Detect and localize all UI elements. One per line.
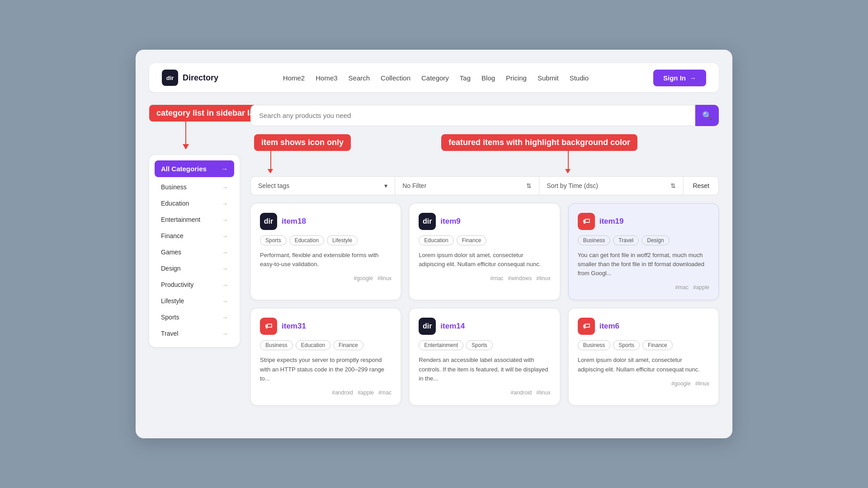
sidebar-annotation-line	[185, 122, 186, 144]
tag-sports[interactable]: Sports	[613, 340, 640, 350]
nav-tag[interactable]: Tag	[460, 74, 471, 82]
tags-filter[interactable]: Select tags ▾	[251, 177, 395, 195]
card-hashtags-item9: #mac #windows #linux	[419, 275, 550, 282]
card-desc-item9: Lorem ipsum dolor sit amet, consectetur …	[419, 251, 550, 269]
cards-grid: dir item18 Sports Education Lifestyle Pe…	[250, 203, 719, 405]
card-header-item6: 🏷 item6	[578, 318, 709, 335]
card-header-item9: dir item9	[419, 213, 550, 230]
sidebar-item-education[interactable]: Education →	[155, 195, 234, 211]
tag-travel[interactable]: Travel	[613, 235, 639, 245]
tag-finance[interactable]: Finance	[457, 235, 487, 245]
card-tags-item9: Education Finance	[419, 235, 550, 245]
tag-education[interactable]: Education	[419, 235, 453, 245]
nav-submit[interactable]: Submit	[538, 74, 559, 82]
hashtag-1[interactable]: #linux	[536, 389, 550, 396]
card-hashtags-item14: #android #linux	[419, 389, 550, 396]
hashtag-2[interactable]: #linux	[536, 275, 550, 282]
hashtag-1[interactable]: #linux	[377, 275, 392, 282]
tag-finance[interactable]: Finance	[333, 340, 363, 350]
nav-home3[interactable]: Home3	[316, 74, 337, 82]
hashtag-1[interactable]: #apple	[358, 389, 374, 396]
nav-blog[interactable]: Blog	[481, 74, 495, 82]
search-bar: 🔍	[250, 105, 719, 126]
sidebar-arrow-icon: →	[222, 282, 228, 288]
icon-only-arrow-head	[268, 169, 273, 174]
sidebar-arrow-icon: →	[222, 249, 228, 256]
card-title-item18[interactable]: item18	[282, 217, 306, 226]
chevron-down-icon: ▾	[384, 182, 387, 189]
tag-business[interactable]: Business	[578, 340, 611, 350]
filter-row: Select tags ▾ No Filter ⇅ Sort by Time (…	[250, 176, 719, 195]
no-filter-select[interactable]: No Filter ⇅	[395, 177, 539, 195]
sidebar-arrow-icon: →	[222, 265, 228, 272]
nav-category[interactable]: Category	[421, 74, 449, 82]
sidebar-item-business[interactable]: Business →	[155, 179, 234, 195]
tag-education[interactable]: Education	[296, 340, 330, 350]
search-button[interactable]: 🔍	[695, 105, 719, 126]
sidebar-item-design[interactable]: Design →	[155, 260, 234, 277]
card-tags-item19: Business Travel Design	[578, 235, 709, 245]
card-title-item31[interactable]: item31	[282, 322, 306, 331]
sidebar-item-lifestyle[interactable]: Lifestyle →	[155, 293, 234, 309]
tag-business[interactable]: Business	[578, 235, 611, 245]
sidebar-inner: All Categories → Business → Education → …	[149, 155, 240, 347]
featured-arrow-head	[565, 169, 571, 174]
search-input[interactable]	[250, 105, 695, 126]
nav-studio[interactable]: Studio	[570, 74, 589, 82]
tag-education[interactable]: Education	[289, 235, 324, 245]
card-desc-item19: You can get font file in woff2 format, m…	[578, 251, 709, 278]
card-title-item6[interactable]: item6	[599, 322, 619, 331]
card-header-item14: dir item14	[419, 318, 550, 335]
tag-entertainment[interactable]: Entertainment	[419, 340, 463, 350]
sidebar-annotation-arrow	[183, 144, 189, 150]
hashtag-0[interactable]: #mac	[675, 284, 689, 291]
icon-only-annotation-label: item shows icon only	[254, 134, 351, 151]
hashtag-0[interactable]: #android	[511, 389, 532, 396]
tag-sports[interactable]: Sports	[466, 340, 493, 350]
sign-in-button[interactable]: Sign In →	[653, 70, 706, 86]
tag-finance[interactable]: Finance	[642, 340, 673, 350]
tag-sports[interactable]: Sports	[260, 235, 287, 245]
sidebar-arrow-icon: →	[222, 330, 228, 337]
card-desc-item31: Stripe expects your server to promptly r…	[260, 356, 392, 383]
card-title-item14[interactable]: item14	[440, 322, 465, 331]
header: dir Directory Home2 Home3 Search Collect…	[149, 63, 719, 92]
tag-business[interactable]: Business	[260, 340, 293, 350]
hashtag-1[interactable]: #apple	[693, 284, 709, 291]
reset-button[interactable]: Reset	[684, 177, 718, 195]
sidebar: category list in sidebar layout All Cate…	[149, 105, 240, 405]
sidebar-annotation-wrapper: category list in sidebar layout	[149, 105, 240, 150]
card-header-item31: 🏷 item31	[260, 318, 392, 335]
card-tags-item18: Sports Education Lifestyle	[260, 235, 392, 245]
hashtag-1[interactable]: #windows	[508, 275, 532, 282]
sidebar-item-sports[interactable]: Sports →	[155, 309, 234, 325]
sidebar-item-finance[interactable]: Finance →	[155, 228, 234, 244]
sidebar-item-productivity[interactable]: Productivity →	[155, 277, 234, 293]
nav-collection[interactable]: Collection	[381, 74, 410, 82]
card-hashtags-item18: #google #linux	[260, 275, 392, 282]
nav-home2[interactable]: Home2	[283, 74, 305, 82]
logo-icon: dir	[162, 70, 178, 86]
card-item19: 🏷 item19 Business Travel Design You can …	[568, 203, 719, 300]
tag-lifestyle[interactable]: Lifestyle	[327, 235, 358, 245]
card-title-item9[interactable]: item9	[440, 217, 460, 226]
sort-filter[interactable]: Sort by Time (dsc) ⇅	[539, 177, 684, 195]
featured-annotation-group: featured items with highlight background…	[441, 134, 637, 174]
card-hashtags-item19: #mac #apple	[578, 284, 709, 291]
sidebar-item-all-categories[interactable]: All Categories →	[155, 160, 234, 177]
hashtag-0[interactable]: #android	[332, 389, 353, 396]
nav-search[interactable]: Search	[349, 74, 370, 82]
hashtag-0[interactable]: #mac	[490, 275, 503, 282]
search-icon: 🔍	[702, 111, 712, 121]
hashtag-2[interactable]: #mac	[378, 389, 392, 396]
sidebar-item-travel[interactable]: Travel →	[155, 325, 234, 342]
hashtag-0[interactable]: #google	[671, 380, 691, 387]
card-title-item19[interactable]: item19	[599, 217, 624, 226]
nav-pricing[interactable]: Pricing	[506, 74, 527, 82]
nav: Home2 Home3 Search Collection Category T…	[283, 74, 589, 82]
sidebar-item-games[interactable]: Games →	[155, 244, 234, 260]
sidebar-item-entertainment[interactable]: Entertainment →	[155, 211, 234, 228]
tag-design[interactable]: Design	[642, 235, 669, 245]
hashtag-1[interactable]: #linux	[695, 380, 709, 387]
hashtag-0[interactable]: #google	[354, 275, 373, 282]
